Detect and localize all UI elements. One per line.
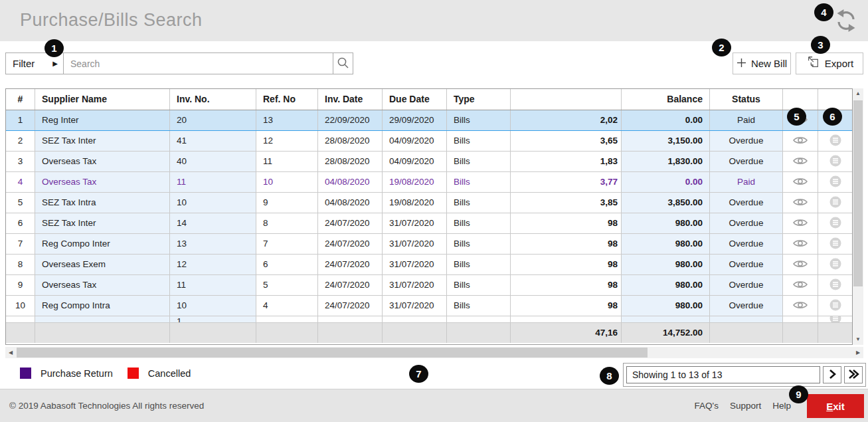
row-menu-button[interactable]: [818, 193, 852, 213]
row-menu-button[interactable]: [818, 255, 852, 274]
export-button[interactable]: Export: [796, 53, 863, 74]
column-header-due_date[interactable]: Due Date: [383, 89, 447, 110]
invoice-number-cell: 11: [170, 172, 256, 192]
help-link[interactable]: Help: [772, 401, 791, 411]
column-header-supplier[interactable]: Supplier Name: [35, 89, 170, 110]
search-input[interactable]: [64, 53, 333, 74]
supplier-name-cell: Overseas Tax: [35, 152, 170, 171]
column-header-balance[interactable]: Balance: [622, 89, 710, 110]
menu-cell: [818, 172, 852, 192]
menu-icon: [829, 134, 841, 148]
row-number-cell: 8: [6, 255, 35, 274]
refresh-button[interactable]: [831, 7, 861, 36]
table-row[interactable]: 6SEZ Tax Inter14824/07/202031/07/2020Bil…: [6, 213, 852, 234]
view-button[interactable]: [783, 131, 818, 151]
status-cell: Paid: [710, 172, 783, 192]
column-header-num[interactable]: #: [6, 89, 35, 110]
column-header-ref_no[interactable]: Ref. No: [256, 89, 318, 110]
new-bill-button[interactable]: New Bill: [733, 53, 791, 74]
table-row[interactable]: 4Overseas Tax111004/08/202019/08/2020Bil…: [6, 172, 852, 193]
copyright-text: © 2019 Aabasoft Technologies All rights …: [9, 389, 204, 422]
menu-cell: [818, 296, 852, 316]
row-menu-button[interactable]: [818, 234, 852, 254]
ref-number-cell: [256, 316, 318, 322]
column-header-type[interactable]: Type: [447, 89, 511, 110]
last-page-button[interactable]: [844, 366, 863, 383]
row-menu-button[interactable]: [818, 172, 852, 192]
row-menu-button[interactable]: [818, 152, 852, 171]
table-row[interactable]: 5SEZ Tax Intra10904/08/202019/08/2020Bil…: [6, 193, 852, 213]
invoice-number-cell: 20: [170, 110, 256, 130]
scroll-right-arrow-icon[interactable]: ▶: [853, 347, 863, 358]
view-cell: [783, 152, 818, 171]
view-button[interactable]: [783, 296, 818, 316]
eye-icon: [793, 136, 808, 147]
horizontal-scrollbar-thumb[interactable]: [17, 348, 648, 358]
invoice-date-cell: 24/07/2020: [318, 255, 383, 274]
column-header-inv_no[interactable]: Inv. No.: [170, 89, 256, 110]
scroll-up-arrow-icon[interactable]: ▲: [853, 88, 863, 99]
view-cell: [783, 255, 818, 274]
view-button[interactable]: [783, 172, 818, 192]
view-button[interactable]: [783, 275, 818, 295]
annotation-badge-6: 6: [823, 108, 842, 126]
row-menu-button[interactable]: [818, 275, 852, 295]
menu-icon: [829, 316, 841, 322]
scroll-down-arrow-icon[interactable]: ▼: [853, 334, 863, 345]
invoice-date-cell: 28/08/2020: [318, 152, 383, 171]
toolbar: Filter ▶ New Bill Export: [0, 41, 868, 88]
balance-cell: 14,752.00: [622, 323, 710, 343]
column-header-view[interactable]: [783, 89, 818, 110]
column-header-inv_date[interactable]: Inv. Date: [318, 89, 383, 110]
view-button[interactable]: [783, 213, 818, 233]
invoice-number-cell: [170, 323, 256, 343]
support-link[interactable]: Support: [730, 401, 761, 411]
menu-icon: [829, 217, 841, 231]
view-button[interactable]: [783, 193, 818, 213]
new-bill-label: New Bill: [751, 58, 787, 69]
cancelled-swatch: [128, 368, 139, 379]
search-box: [63, 53, 333, 74]
supplier-name-cell: Reg Compo Inter: [35, 234, 170, 254]
table-row[interactable]: 10Reg Compo Intra10424/07/202031/07/2020…: [6, 296, 852, 316]
exit-button[interactable]: Exit: [807, 394, 864, 418]
table-row[interactable]: 9Overseas Tax11524/07/202031/07/2020Bill…: [6, 275, 852, 296]
table-row[interactable]: 7Reg Compo Inter13724/07/202031/07/2020B…: [6, 234, 852, 255]
row-menu-button[interactable]: [818, 213, 852, 233]
column-header-total[interactable]: [511, 89, 622, 110]
table-row[interactable]: 1: [6, 316, 852, 323]
ref-number-cell: 4: [256, 296, 318, 316]
column-header-menu[interactable]: [818, 89, 852, 110]
table-row[interactable]: 3Overseas Tax401128/08/202004/09/2020Bil…: [6, 152, 852, 172]
view-button[interactable]: [783, 255, 818, 274]
row-menu-button[interactable]: [818, 296, 852, 316]
scroll-left-arrow-icon[interactable]: ◀: [5, 347, 16, 358]
view-button[interactable]: [783, 234, 818, 254]
menu-icon: [829, 196, 841, 210]
view-button[interactable]: [783, 152, 818, 171]
due-date-cell: [383, 316, 447, 322]
horizontal-scrollbar[interactable]: ◀ ▶: [5, 347, 863, 358]
row-number-cell: 4: [6, 172, 35, 192]
invoice-date-cell: 24/07/2020: [318, 234, 383, 254]
type-cell: Bills: [447, 275, 511, 295]
search-button[interactable]: [333, 53, 353, 74]
menu-cell: [818, 234, 852, 254]
menu-cell: [818, 213, 852, 233]
menu-icon: [829, 237, 841, 251]
table-row[interactable]: 1Reg Inter201322/09/202029/09/2020Bills2…: [6, 110, 852, 131]
table-row[interactable]: 2SEZ Tax Inter411228/08/202004/09/2020Bi…: [6, 131, 852, 152]
row-menu-button[interactable]: [818, 131, 852, 151]
status-cell: Overdue: [710, 255, 783, 274]
column-header-status[interactable]: Status: [710, 89, 783, 110]
row-menu-button[interactable]: [818, 316, 852, 322]
view-button[interactable]: [783, 316, 818, 322]
vertical-scrollbar-thumb[interactable]: [853, 100, 863, 286]
next-page-button[interactable]: [823, 366, 841, 383]
cancelled-label: Cancelled: [148, 368, 191, 379]
eye-icon: [793, 300, 808, 312]
faqs-link[interactable]: FAQ's: [695, 401, 719, 411]
table-row[interactable]: 8Overseas Exem12624/07/202031/07/2020Bil…: [6, 255, 852, 275]
vertical-scrollbar[interactable]: ▲ ▼: [853, 88, 863, 345]
total-amount-cell: 98: [511, 255, 622, 274]
